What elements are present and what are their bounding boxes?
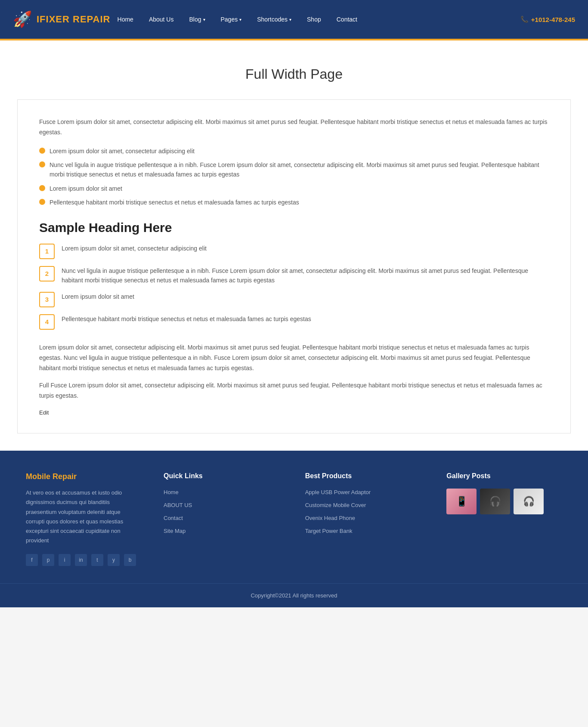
list-item: Ovenix Head Phone — [305, 514, 412, 521]
chevron-down-icon: ▾ — [203, 17, 205, 22]
nav-contact[interactable]: Contact — [330, 12, 364, 26]
list-item: 1 Lorem ipsum dolor sit amet, consectetu… — [39, 244, 549, 259]
products-list: Apple USB Power Adaptor Customize Mobile… — [305, 489, 412, 534]
list-item: 3 Lorem ipsum dolor sit amet — [39, 292, 549, 307]
nav-shortcodes[interactable]: Shortcodes ▾ — [250, 12, 298, 26]
social-icons-row: f p i in t y b — [26, 554, 138, 566]
product-link-headphone[interactable]: Ovenix Head Phone — [305, 515, 355, 521]
bullet-dot — [39, 199, 45, 205]
numbered-list: 1 Lorem ipsum dolor sit amet, consectetu… — [39, 244, 549, 330]
footer-link-contact[interactable]: Contact — [164, 515, 183, 521]
page-title-section: Full Width Page — [0, 40, 588, 99]
main-nav: Home About Us Blog ▾ Pages ▾ Shortcodes … — [111, 12, 520, 26]
phone-icon: 📞 — [520, 15, 529, 23]
nav-home[interactable]: Home — [111, 12, 140, 26]
number-badge: 2 — [39, 266, 55, 282]
twitter-icon[interactable]: t — [91, 554, 103, 566]
blog-icon[interactable]: b — [124, 554, 136, 566]
logo[interactable]: 🚀 IFIXER REPAIR — [13, 10, 111, 28]
bullet-list: Lorem ipsum dolor sit amet, consectetur … — [39, 146, 549, 207]
gallery-item[interactable]: 🎧 — [514, 489, 544, 514]
list-item: Home — [164, 489, 271, 495]
main-content: Full Width Page Fusce Lorem ipsum dolor … — [0, 40, 588, 607]
footer-quick-links-col: Quick Links Home ABOUT US Contact Site M… — [155, 472, 279, 566]
gallery-image-1: 📱 — [446, 489, 477, 514]
list-item: Pellentesque habitant morbi tristique se… — [39, 198, 549, 207]
copyright-text: Copyright©2021 All rights reserved — [26, 592, 562, 599]
gallery-title: Gallery Posts — [446, 472, 554, 480]
number-badge: 3 — [39, 292, 55, 307]
number-badge: 1 — [39, 244, 55, 259]
bullet-dot — [39, 185, 45, 191]
list-item: Lorem ipsum dolor sit amet — [39, 184, 549, 193]
instagram-icon[interactable]: i — [59, 554, 71, 566]
gallery-image-3: 🎧 — [514, 489, 544, 514]
list-item: 4 Pellentesque habitant morbi tristique … — [39, 314, 549, 330]
gallery-item[interactable]: 🎧 — [480, 489, 510, 514]
list-item: Nunc vel ligula in augue tristique pelle… — [39, 160, 549, 179]
phone-number: 📞 +1012-478-245 — [520, 15, 575, 23]
content-block: Fusce Lorem ipsum dolor sit amet, consec… — [17, 99, 571, 433]
list-item: Apple USB Power Adaptor — [305, 489, 412, 495]
nav-blog[interactable]: Blog ▾ — [182, 12, 212, 26]
footer-gallery-col: Gallery Posts 📱 🎧 🎧 — [438, 472, 562, 566]
nav-pages[interactable]: Pages ▾ — [214, 12, 249, 26]
list-item: Lorem ipsum dolor sit amet, consectetur … — [39, 146, 549, 156]
body-text-2: Full Fusce Lorem ipsum dolor sit amet, c… — [39, 381, 549, 401]
body-text-1: Lorem ipsum dolor sit amet, consectetur … — [39, 343, 549, 373]
bullet-dot — [39, 161, 45, 167]
footer-bottom: Copyright©2021 All rights reserved — [0, 583, 588, 607]
list-item: Target Power Bank — [305, 527, 412, 534]
gallery-image-2: 🎧 — [480, 489, 510, 514]
site-footer: Mobile Repair At vero eos et accusamus e… — [0, 451, 588, 607]
footer-link-about[interactable]: ABOUT US — [164, 502, 192, 508]
youtube-icon[interactable]: y — [108, 554, 120, 566]
footer-products-col: Best Products Apple USB Power Adaptor Cu… — [297, 472, 421, 566]
number-badge: 4 — [39, 314, 55, 330]
quick-links-title: Quick Links — [164, 472, 271, 480]
chevron-down-icon: ▾ — [239, 17, 241, 22]
intro-paragraph: Fusce Lorem ipsum dolor sit amet, consec… — [39, 117, 549, 138]
nav-shop[interactable]: Shop — [300, 12, 328, 26]
logo-text: IFIXER REPAIR — [37, 14, 111, 25]
gallery-grid: 📱 🎧 🎧 — [446, 489, 554, 514]
quick-links-list: Home ABOUT US Contact Site Map — [164, 489, 271, 534]
footer-brand-desc: At vero eos et accusamus et iusto odio d… — [26, 488, 138, 545]
footer-brand-col: Mobile Repair At vero eos et accusamus e… — [26, 472, 138, 566]
gallery-item[interactable]: 📱 — [446, 489, 477, 514]
product-link-usb[interactable]: Apple USB Power Adaptor — [305, 489, 371, 495]
product-link-powerbank[interactable]: Target Power Bank — [305, 528, 353, 534]
footer-brand-title: Mobile Repair — [26, 472, 138, 481]
footer-link-sitemap[interactable]: Site Map — [164, 528, 186, 534]
page-title: Full Width Page — [0, 66, 588, 82]
edit-link[interactable]: Edit — [39, 409, 49, 416]
footer-link-home[interactable]: Home — [164, 489, 179, 495]
pinterest-icon[interactable]: p — [42, 554, 54, 566]
facebook-icon[interactable]: f — [26, 554, 38, 566]
site-header: 🚀 IFIXER REPAIR Home About Us Blog ▾ Pag… — [0, 0, 588, 39]
list-item: Site Map — [164, 527, 271, 534]
linkedin-icon[interactable]: in — [75, 554, 87, 566]
product-link-cover[interactable]: Customize Mobile Cover — [305, 502, 366, 508]
sample-heading: Sample Heading Here — [39, 220, 549, 235]
list-item: Customize Mobile Cover — [305, 501, 412, 508]
bullet-dot — [39, 148, 45, 154]
chevron-down-icon: ▾ — [289, 17, 291, 22]
nav-about[interactable]: About Us — [142, 12, 181, 26]
logo-icon: 🚀 — [13, 10, 32, 28]
best-products-title: Best Products — [305, 472, 412, 480]
list-item: Contact — [164, 514, 271, 521]
footer-top: Mobile Repair At vero eos et accusamus e… — [0, 451, 588, 583]
list-item: ABOUT US — [164, 501, 271, 508]
list-item: 2 Nunc vel ligula in augue tristique pel… — [39, 266, 549, 285]
